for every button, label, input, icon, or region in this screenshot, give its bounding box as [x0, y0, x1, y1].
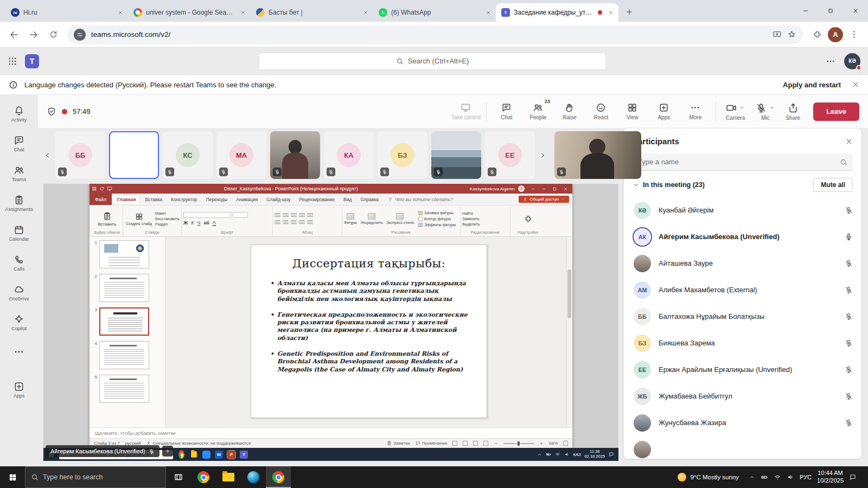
tab-close-icon[interactable] — [238, 8, 247, 17]
reload-button[interactable] — [44, 26, 62, 43]
slide-thumbnail-5[interactable]: 5 — [92, 375, 162, 403]
paste-button[interactable]: Вставить — [93, 207, 121, 230]
zoom-level[interactable]: 68% — [549, 441, 558, 446]
video-tile-photo[interactable] — [431, 131, 481, 179]
more-options-button[interactable]: More — [680, 97, 711, 126]
sidebar-item-teams[interactable]: Teams — [1, 159, 37, 188]
fit-to-window-button[interactable] — [563, 441, 568, 446]
current-slide[interactable]: Диссертация тақырыбы: Алматы қаласы мен … — [251, 245, 487, 418]
video-tile-photo[interactable] — [270, 131, 320, 179]
normal-view-button[interactable] — [452, 441, 457, 446]
slideshow-button[interactable] — [483, 441, 488, 446]
video-tile[interactable]: БЗ — [378, 131, 427, 179]
mic-off-icon[interactable] — [845, 419, 853, 427]
teams-profile-avatar[interactable]: КӘ — [844, 53, 860, 69]
start-button[interactable] — [0, 466, 25, 488]
bookmark-star-icon[interactable] — [787, 30, 796, 39]
participant-row[interactable]: БЗ Бияшева Зарема — [624, 330, 861, 356]
reading-view-button[interactable] — [473, 441, 478, 446]
video-tile-selected[interactable] — [109, 131, 159, 179]
task-view-button[interactable] — [166, 466, 191, 488]
tab-google-search[interactable]: univer system - Google Search — [128, 3, 251, 22]
address-bar[interactable]: teams.microsoft.com/v2/ — [67, 25, 803, 44]
quick-access-toolbar[interactable] — [92, 186, 112, 191]
mic-button[interactable]: Mic — [750, 97, 780, 126]
tab-close-icon[interactable] — [606, 8, 615, 17]
strikethrough-button[interactable]: аб — [203, 220, 209, 226]
language-indicator[interactable]: РУС — [800, 474, 812, 480]
edge-taskbar-icon[interactable] — [241, 466, 266, 488]
mic-on-icon[interactable] — [845, 233, 853, 241]
sidebar-item-calendar[interactable]: Calendar — [1, 219, 37, 248]
mic-off-icon[interactable] — [845, 206, 853, 214]
react-button[interactable]: React — [585, 97, 617, 126]
participant-row-active[interactable]: АК Айгерим Касымбекова (Unverified) — [624, 223, 861, 250]
strip-scroll-right-button[interactable] — [539, 131, 547, 179]
take-control-button[interactable]: Take control — [450, 97, 482, 126]
align-left-button[interactable] — [275, 220, 280, 225]
ribbon-options-icon[interactable] — [528, 185, 538, 192]
slide-thumbnail-2[interactable]: 2 — [92, 274, 162, 302]
share-button[interactable]: Share — [780, 97, 806, 126]
numbering-button[interactable] — [283, 213, 289, 218]
font-color-button[interactable]: А — [213, 220, 216, 226]
undo-icon[interactable] — [99, 186, 105, 191]
participant-row[interactable]: КӘ Куанбай Әйгерім — [624, 197, 861, 223]
file-explorer-taskbar-icon[interactable] — [216, 466, 241, 488]
participant-row[interactable]: ББ Балтахожа Нұрайым Болатқызы — [624, 303, 861, 330]
tab-hi-ru[interactable]: hi Hi.ru — [5, 3, 128, 22]
slide-thumbnail-1[interactable]: 1 — [92, 240, 162, 268]
quick-styles-button[interactable]: Экспресс-стили — [386, 213, 414, 224]
mic-off-icon[interactable] — [845, 286, 853, 294]
shape-outline-button[interactable]: Контур фигуры — [418, 217, 456, 221]
slide-thumbnail-3-selected[interactable]: 3 — [92, 307, 162, 336]
banner-close-icon[interactable] — [852, 81, 859, 88]
app-launcher-icon[interactable] — [8, 56, 17, 66]
taskbar-clock[interactable]: 10:44 AM 10/2/2025 — [817, 470, 844, 485]
chevron-down-icon[interactable] — [739, 105, 745, 111]
new-slide-button[interactable]: Создать слайд — [125, 213, 153, 226]
back-button[interactable] — [5, 26, 23, 43]
italic-button[interactable]: К — [191, 220, 194, 226]
ppt-tab-slideshow[interactable]: Слайд-шоу — [263, 195, 294, 204]
ppt-tab-review[interactable]: Рецензирование — [295, 195, 339, 204]
self-video-tile[interactable] — [554, 131, 641, 179]
teams-search-input[interactable]: Search (Ctrl+Alt+E) — [259, 53, 606, 70]
participant-row[interactable]: Жунусбаева Жазира — [624, 409, 861, 436]
teams-more-icon[interactable] — [826, 56, 835, 66]
url-text[interactable]: teams.microsoft.com/v2/ — [91, 30, 767, 38]
chevron-down-icon[interactable] — [769, 105, 775, 111]
tab-basty-bet[interactable]: Басты бет | — [251, 3, 373, 22]
sidebar-item-assignments[interactable]: Assignments — [1, 189, 37, 218]
tab-close-icon[interactable] — [483, 8, 493, 17]
sidebar-item-apps[interactable]: Apps — [1, 375, 37, 404]
browser-menu-icon[interactable] — [845, 26, 863, 43]
video-tile[interactable]: ЕЕ — [485, 131, 535, 179]
pin-presenter-button[interactable] — [162, 446, 173, 457]
slideshow-icon[interactable] — [107, 186, 112, 191]
font-name-box[interactable] — [183, 212, 231, 218]
justify-button[interactable] — [299, 220, 305, 225]
layout-button[interactable]: Макет — [155, 211, 180, 215]
participant-row[interactable]: ЕЕ Ержан Арайлым Ерғалиқызы (Unverified) — [624, 356, 861, 383]
notes-toggle[interactable]: Заметки — [387, 441, 410, 446]
notification-icon[interactable] — [609, 452, 614, 457]
replace-button[interactable]: Заменить — [462, 217, 480, 221]
wifi-icon[interactable] — [774, 473, 781, 481]
tab-close-icon[interactable] — [116, 8, 125, 17]
video-tile[interactable]: КА — [324, 131, 374, 179]
mute-all-button[interactable]: Mute all — [813, 178, 853, 192]
notes-pane[interactable]: Щелкните, чтобы добавить заметки — [90, 427, 572, 438]
new-tab-button[interactable] — [622, 4, 637, 20]
canvas-scrollbar[interactable] — [566, 237, 572, 427]
spacing-button[interactable] — [299, 213, 305, 218]
sidebar-item-onedrive[interactable]: OneDrive — [1, 278, 37, 307]
ppt-restore-button[interactable] — [550, 185, 559, 192]
window-maximize-button[interactable] — [818, 0, 843, 22]
speaker-icon[interactable] — [787, 473, 794, 481]
tab-close-icon[interactable] — [361, 8, 370, 17]
reset-button[interactable]: Восстановить — [155, 217, 180, 221]
window-minimize-button[interactable] — [793, 0, 818, 22]
sidebar-item-activity[interactable]: Activity — [1, 99, 37, 129]
apps-button[interactable]: Apps — [648, 97, 680, 126]
